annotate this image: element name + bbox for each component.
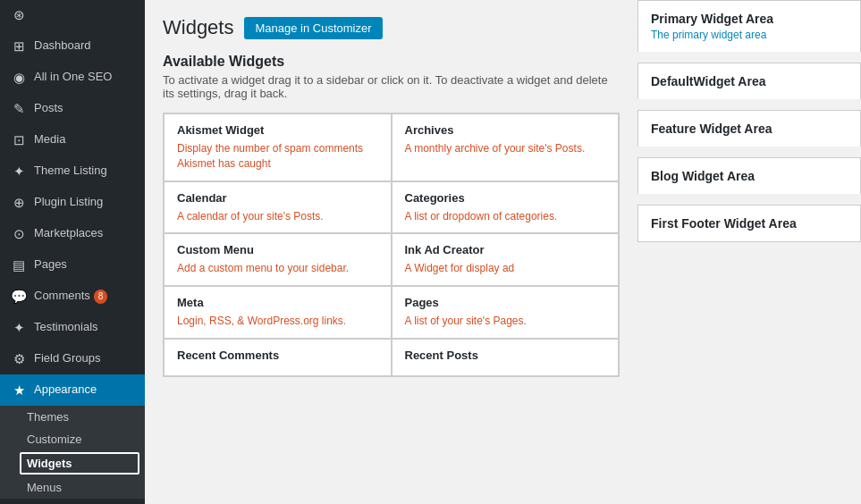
widget-desc: Login, RSS, & WordPress.org links.	[177, 314, 378, 329]
widget-area-blog[interactable]: Blog Widget Area	[637, 157, 861, 194]
widget-desc: A list of your site's Pages.	[405, 314, 606, 329]
widget-area-first-footer[interactable]: First Footer Widget Area	[637, 205, 861, 242]
sidebar-item-seo[interactable]: ◉ All in One SEO	[0, 62, 145, 93]
widget-desc: A Widget for display ad	[405, 261, 606, 276]
sidebar-item-label: Comments	[34, 288, 90, 304]
sidebar-item-label: Marketplaces	[34, 225, 103, 241]
sidebar-item-label: All in One SEO	[34, 69, 112, 85]
submenu-item-label: Themes	[27, 410, 69, 424]
widget-area-spacer	[637, 52, 861, 63]
widget-meta[interactable]: Meta Login, RSS, & WordPress.org links.	[164, 286, 392, 339]
widget-area-desc: The primary widget area	[651, 29, 848, 41]
widget-pages[interactable]: Pages A list of your site's Pages.	[392, 286, 620, 339]
section-desc: To activate a widget drag it to a sideba…	[163, 73, 620, 100]
sidebar-item-marketplaces[interactable]: ⊙ Marketplaces	[0, 218, 145, 249]
submenu-item-label: Widgets	[27, 457, 72, 470]
sidebar-item-label: Field Groups	[34, 350, 100, 366]
posts-icon: ✎	[11, 99, 27, 118]
sidebar-item-label: Dashboard	[34, 38, 91, 54]
widget-area-spacer	[637, 194, 861, 205]
widget-area-primary[interactable]: Primary Widget Area The primary widget a…	[637, 0, 861, 52]
widget-calendar[interactable]: Calendar A calendar of your site's Posts…	[164, 181, 392, 234]
sidebar-submenu-themes[interactable]: Themes	[0, 406, 145, 428]
sidebar-item-label: Media	[34, 131, 65, 147]
widget-archives[interactable]: Archives A monthly archive of your site'…	[392, 113, 620, 181]
widget-desc: A list or dropdown of categories.	[405, 209, 606, 224]
wp-icon: ⊛	[11, 7, 27, 23]
sidebar-item-dashboard[interactable]: ⊞ Dashboard	[0, 30, 145, 62]
sidebar-item-plugin-listing[interactable]: ⊕ Plugin Listing	[0, 187, 145, 218]
widget-akismet[interactable]: Akismet Widget Display the number of spa…	[164, 113, 392, 181]
page-title: Widgets	[163, 16, 233, 39]
sidebar-item-label: Pages	[34, 256, 67, 273]
testimonials-icon: ✦	[11, 318, 27, 337]
submenu-item-label: Customize	[27, 433, 81, 446]
widget-recent-posts[interactable]: Recent Posts	[392, 339, 620, 376]
widget-desc: A calendar of your site's Posts.	[177, 209, 378, 224]
widget-desc: Add a custom menu to your sidebar.	[177, 261, 378, 276]
sidebar-submenu-menus[interactable]: Menus	[0, 476, 145, 499]
widget-area-spacer	[637, 147, 861, 157]
right-panel: Primary Widget Area The primary widget a…	[637, 0, 861, 504]
widget-area-name: Blog Widget Area	[651, 169, 848, 183]
widget-area-feature[interactable]: Feature Widget Area	[637, 110, 861, 147]
widget-name: Recent Comments	[177, 349, 378, 362]
widgets-grid: Akismet Widget Display the number of spa…	[163, 113, 620, 377]
widget-name: Akismet Widget	[177, 123, 378, 137]
plugin-icon: ⊕	[11, 193, 27, 212]
sidebar-submenu-widgets[interactable]: Widgets	[20, 452, 139, 475]
theme-icon: ✦	[11, 162, 27, 181]
sidebar-item-media[interactable]: ⊡ Media	[0, 124, 145, 155]
widget-desc: Display the number of spam comments Akis…	[177, 141, 378, 172]
widget-ink-ad[interactable]: Ink Ad Creator A Widget for display ad	[392, 233, 620, 286]
sidebar-item-label: Plugin Listing	[34, 194, 103, 210]
field-groups-icon: ⚙	[11, 349, 27, 368]
submenu-item-label: Menus	[27, 481, 62, 494]
widget-area-name: First Footer Widget Area	[651, 216, 848, 231]
dashboard-icon: ⊞	[11, 37, 27, 55]
sidebar-item-label: Theme Listing	[34, 163, 107, 179]
widget-area-spacer	[637, 99, 861, 110]
sidebar-submenu-customize[interactable]: Customize	[0, 428, 145, 450]
content-area: Widgets Manage in Customizer Available W…	[145, 0, 637, 504]
sidebar-item-testimonials[interactable]: ✦ Testimonials	[0, 312, 145, 343]
widget-name: Calendar	[177, 191, 378, 205]
comments-badge: 8	[94, 290, 108, 304]
sidebar-item-posts[interactable]: ✎ Posts	[0, 93, 145, 124]
widget-area-name: DefaultWidget Area	[651, 74, 848, 88]
sidebar-item-comments[interactable]: 💬 Comments 8	[0, 281, 145, 312]
widget-name: Archives	[405, 123, 606, 137]
sidebar-logo: ⊛	[0, 0, 145, 30]
widget-recent-comments[interactable]: Recent Comments	[164, 339, 392, 376]
sidebar-submenu: Themes Customize Widgets Menus	[0, 406, 145, 499]
widget-area-name: Primary Widget Area	[651, 12, 848, 26]
widget-name: Custom Menu	[177, 243, 378, 256]
widget-area-default[interactable]: DefaultWidget Area	[637, 63, 861, 99]
sidebar-item-field-groups[interactable]: ⚙ Field Groups	[0, 343, 145, 374]
widget-custom-menu[interactable]: Custom Menu Add a custom menu to your si…	[164, 233, 392, 286]
manage-customizer-button[interactable]: Manage in Customizer	[244, 17, 382, 39]
widget-categories[interactable]: Categories A list or dropdown of categor…	[392, 181, 620, 234]
widget-name: Meta	[177, 296, 378, 309]
widget-name: Recent Posts	[405, 349, 606, 362]
main-content: Widgets Manage in Customizer Available W…	[145, 0, 861, 504]
page-header: Widgets Manage in Customizer	[163, 16, 620, 39]
sidebar-item-label: Appearance	[34, 382, 97, 398]
comments-icon: 💬	[11, 287, 27, 306]
marketplaces-icon: ⊙	[11, 224, 27, 243]
sidebar-item-label: Testimonials	[34, 319, 98, 335]
pages-icon: ▤	[11, 256, 27, 274]
widget-name: Pages	[405, 296, 606, 309]
sidebar-item-label: Posts	[34, 100, 63, 116]
sidebar-item-appearance[interactable]: ★ Appearance	[0, 374, 145, 406]
seo-icon: ◉	[11, 68, 27, 87]
section-title: Available Widgets	[163, 54, 620, 70]
widget-name: Categories	[405, 191, 606, 205]
widget-name: Ink Ad Creator	[405, 243, 606, 256]
media-icon: ⊡	[11, 130, 27, 149]
sidebar-item-pages[interactable]: ▤ Pages	[0, 249, 145, 281]
widget-area-name: Feature Widget Area	[651, 122, 848, 136]
sidebar-item-theme-listing[interactable]: ✦ Theme Listing	[0, 155, 145, 187]
widget-desc: A monthly archive of your site's Posts.	[405, 141, 606, 156]
sidebar: ⊛ ⊞ Dashboard ◉ All in One SEO ✎ Posts ⊡…	[0, 0, 145, 504]
